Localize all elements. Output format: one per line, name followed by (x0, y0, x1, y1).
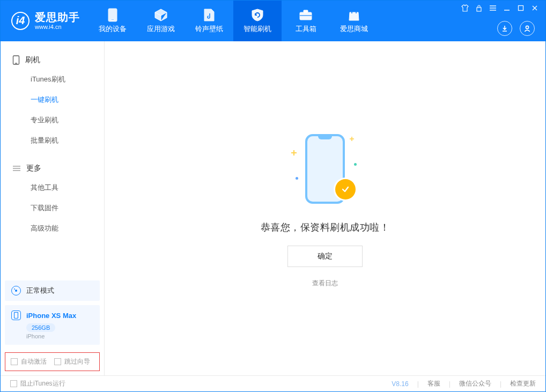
device-capacity: 256GB (26, 323, 55, 332)
download-icon[interactable] (497, 21, 512, 36)
device-icon (106, 8, 120, 22)
list-icon (12, 165, 21, 172)
nav-store[interactable]: 爱思商城 (330, 1, 378, 41)
ok-button[interactable]: 确定 (287, 246, 363, 267)
checkbox-icon (10, 380, 17, 387)
sidebar-item-oneclick-flash[interactable]: 一键刷机 (1, 90, 104, 110)
refresh-shield-icon (250, 8, 264, 22)
svg-rect-5 (477, 8, 481, 11)
user-icon[interactable] (520, 21, 535, 36)
version-label: V8.16 (392, 380, 408, 388)
app-url: www.i4.cn (35, 24, 80, 31)
cube-icon (154, 8, 168, 22)
group-title: 刷机 (25, 55, 40, 65)
device-name: iPhone XS Max (26, 312, 76, 320)
nav-label: 我的设备 (99, 24, 127, 34)
briefcase-icon (299, 8, 313, 22)
nav-label: 智能刷机 (244, 24, 271, 34)
menu-icon[interactable] (489, 4, 497, 12)
logo-icon: i4 (11, 12, 29, 30)
success-message: 恭喜您，保资料刷机成功啦！ (261, 221, 390, 234)
nav-label: 爱思商城 (340, 24, 368, 34)
checkbox-auto-activate[interactable]: 自动激活 (11, 357, 47, 366)
group-title: 更多 (26, 164, 41, 173)
nav-smart-flash[interactable]: 智能刷机 (233, 1, 282, 41)
app-title: 爱思助手 (35, 11, 80, 24)
sidebar-item-batch-flash[interactable]: 批量刷机 (1, 130, 104, 151)
checkbox-label: 跳过向导 (64, 357, 90, 366)
device-info-box[interactable]: iPhone XS Max 256GB iPhone (5, 305, 100, 345)
sidebar: 刷机 iTunes刷机 一键刷机 专业刷机 批量刷机 更多 其他工具 下载固件 … (1, 41, 105, 375)
close-icon[interactable] (530, 4, 539, 12)
checkbox-skip-guide[interactable]: 跳过向导 (54, 357, 90, 366)
checkbox-icon (54, 358, 61, 365)
sidebar-item-advanced[interactable]: 高级功能 (1, 218, 104, 239)
success-check-icon (335, 179, 356, 199)
svg-point-13 (526, 26, 528, 28)
footer: 阻止iTunes运行 V8.16 | 客服 | 微信公众号 | 检查更新 (1, 375, 545, 391)
svg-rect-1 (111, 19, 114, 20)
checkbox-label: 阻止iTunes运行 (20, 379, 65, 388)
svg-rect-10 (519, 6, 523, 11)
main-nav: 我的设备 应用游戏 铃声壁纸 智能刷机 工具箱 爱思商城 (88, 1, 378, 41)
sparkle-icon (350, 137, 354, 141)
svg-rect-2 (300, 12, 312, 20)
sparkle-icon (291, 150, 297, 156)
sidebar-item-pro-flash[interactable]: 专业刷机 (1, 110, 104, 130)
dot-icon (354, 163, 357, 166)
sidebar-group-flash: 刷机 (1, 50, 104, 69)
bag-icon (347, 8, 361, 22)
window-controls (461, 4, 539, 12)
checkbox-block-itunes[interactable]: 阻止iTunes运行 (10, 379, 65, 388)
nav-toolbox[interactable]: 工具箱 (282, 1, 330, 41)
dot-icon (296, 177, 298, 180)
maximize-icon[interactable] (517, 4, 525, 12)
mode-label: 正常模式 (26, 286, 54, 295)
sidebar-item-other-tools[interactable]: 其他工具 (1, 177, 104, 198)
main-content: 恭喜您，保资料刷机成功啦！ 确定 查看日志 (105, 41, 545, 375)
sidebar-group-more: 更多 (1, 158, 104, 177)
header: i4 爱思助手 www.i4.cn 我的设备 应用游戏 铃声壁纸 智能刷机 工具… (1, 1, 545, 41)
header-utility (497, 21, 535, 36)
music-file-icon (202, 8, 216, 22)
mode-icon (11, 286, 21, 295)
sidebar-item-download-firmware[interactable]: 下载固件 (1, 198, 104, 218)
svg-point-19 (15, 290, 17, 292)
footer-link-update[interactable]: 检查更新 (510, 379, 536, 388)
nav-my-device[interactable]: 我的设备 (88, 1, 137, 41)
footer-link-support[interactable]: 客服 (427, 379, 440, 388)
phone-icon (12, 55, 20, 65)
svg-rect-21 (14, 313, 18, 319)
checkbox-label: 自动激活 (21, 357, 47, 366)
nav-label: 铃声壁纸 (195, 24, 223, 34)
footer-link-wechat[interactable]: 微信公众号 (459, 379, 491, 388)
flash-options-row: 自动激活 跳过向导 (5, 352, 100, 371)
minimize-icon[interactable] (503, 4, 511, 12)
phone-small-icon (11, 310, 21, 320)
svg-rect-3 (304, 10, 308, 12)
device-type: iPhone (26, 333, 93, 339)
view-log-link[interactable]: 查看日志 (312, 279, 338, 288)
success-illustration (285, 129, 365, 209)
nav-apps-games[interactable]: 应用游戏 (137, 1, 185, 41)
checkbox-icon (11, 358, 18, 365)
shirt-icon[interactable] (461, 4, 469, 12)
lock-icon[interactable] (475, 4, 483, 12)
device-mode-box[interactable]: 正常模式 (5, 280, 100, 301)
nav-label: 工具箱 (296, 24, 316, 34)
sidebar-item-itunes-flash[interactable]: iTunes刷机 (1, 69, 104, 90)
nav-ringtone-wallpaper[interactable]: 铃声壁纸 (185, 1, 233, 41)
app-logo: i4 爱思助手 www.i4.cn (1, 11, 88, 31)
svg-point-20 (14, 289, 15, 290)
nav-label: 应用游戏 (147, 24, 175, 34)
